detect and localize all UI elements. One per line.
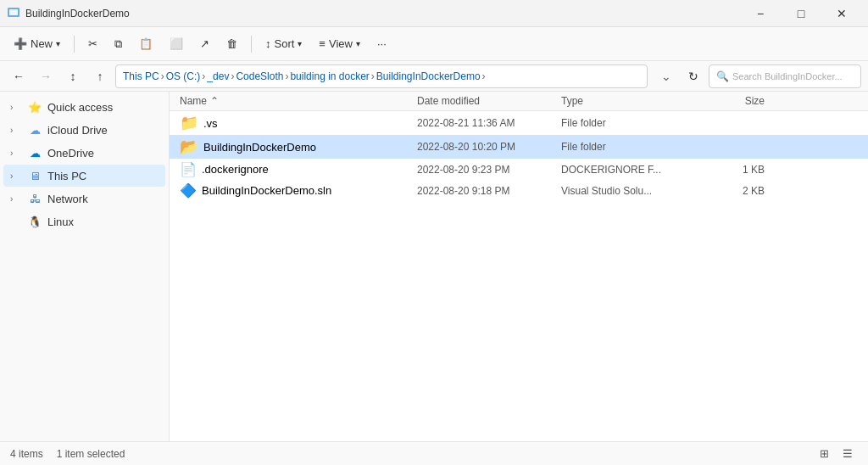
refresh-button[interactable]: ↻ (682, 64, 705, 88)
rename-icon: ⬜ (170, 37, 183, 50)
file-name-cell: 📄 .dockerignore (180, 161, 417, 177)
path-dropdown-button[interactable]: ⌄ (654, 64, 678, 88)
up-button[interactable]: ↑ (88, 64, 112, 88)
more-button[interactable]: ··· (370, 31, 393, 58)
file-rows-container: 📁 .vs 2022-08-21 11:36 AM File folder 📂 … (170, 111, 868, 201)
sidebar-item-network[interactable]: › 🖧 Network (3, 188, 165, 210)
search-icon: 🔍 (716, 70, 729, 82)
sidebar-item-onedrive[interactable]: › ☁ OneDrive (3, 142, 165, 164)
sidebar-item-this-pc[interactable]: › 🖥 This PC (3, 165, 165, 187)
network-icon: 🖧 (27, 191, 42, 206)
folder-yellow-icon: 📁 (180, 114, 198, 132)
recent-button[interactable]: ↕ (61, 64, 85, 88)
sort-asc-icon: ⌃ (210, 95, 219, 107)
paste-icon: 📋 (139, 37, 153, 50)
share-button[interactable]: ↗ (193, 31, 216, 58)
path-part-c[interactable]: OS (C:) (166, 70, 201, 82)
sln-icon: 🔷 (180, 182, 197, 199)
sort-button[interactable]: ↕ Sort ▾ (259, 31, 309, 58)
path-part-building[interactable]: building in docker (290, 70, 369, 82)
table-row[interactable]: 🔷 BuildingInDockerDemo.sln 2022-08-20 9:… (170, 180, 868, 201)
file-date-cell: 2022-08-20 9:23 PM (417, 164, 561, 176)
column-header-type[interactable]: Type (561, 95, 697, 107)
sidebar-item-linux[interactable]: › 🐧 Linux (3, 210, 165, 232)
sidebar-label-onedrive: OneDrive (47, 147, 94, 160)
sidebar-item-icloud[interactable]: › ☁ iCloud Drive (3, 119, 165, 141)
address-path[interactable]: This PC › OS (C:) › _dev › CodeSloth › b… (115, 64, 648, 88)
new-icon: ➕ (14, 37, 27, 50)
expand-icon: › (10, 126, 22, 135)
details-view-button[interactable]: ⊞ (814, 444, 834, 464)
cut-button[interactable]: ✂ (81, 31, 104, 58)
delete-icon: 🗑 (226, 37, 237, 50)
copy-button[interactable]: ⧉ (108, 31, 129, 58)
expand-icon: › (10, 171, 22, 181)
expand-icon: › (10, 194, 22, 204)
window-title: BuildingInDockerDemo (25, 8, 741, 20)
file-size-cell: 2 KB (697, 185, 765, 197)
sidebar-label-this-pc: This PC (47, 170, 86, 182)
toolbar: ➕ New ▾ ✂ ⧉ 📋 ⬜ ↗ 🗑 ↕ Sort ▾ ≡ View ▾ ··… (0, 27, 868, 61)
app-icon (7, 7, 20, 20)
paste-button[interactable]: 📋 (132, 31, 159, 58)
file-name: BuildingInDockerDemo (203, 141, 316, 154)
sidebar-label-quick-access: Quick access (47, 101, 113, 114)
cut-icon: ✂ (88, 37, 97, 50)
forward-button[interactable]: → (34, 64, 58, 88)
file-date-cell: 2022-08-20 9:18 PM (417, 185, 561, 197)
back-button[interactable]: ← (7, 64, 31, 88)
column-header-name[interactable]: Name ⌃ (180, 95, 417, 107)
file-size-cell: 1 KB (697, 164, 765, 176)
sort-icon: ↕ (265, 37, 271, 50)
file-date-cell: 2022-08-21 11:36 AM (417, 117, 561, 129)
rename-button[interactable]: ⬜ (163, 31, 190, 58)
file-name: .dockerignore (202, 163, 269, 176)
maximize-button[interactable]: □ (782, 0, 821, 27)
status-bar: 4 items 1 item selected ⊞ ☰ (0, 441, 868, 465)
close-button[interactable]: ✕ (822, 0, 861, 27)
sidebar-label-icloud: iCloud Drive (47, 124, 108, 137)
folder-blue-icon: 📂 (180, 137, 198, 156)
file-type-cell: File folder (561, 117, 697, 129)
table-row[interactable]: 📂 BuildingInDockerDemo 2022-08-20 10:20 … (170, 135, 868, 159)
quick-access-icon: ⭐ (27, 99, 42, 115)
file-type-cell: DOCKERIGNORE F... (561, 164, 697, 176)
file-date-cell: 2022-08-20 10:20 PM (417, 141, 561, 153)
delete-button[interactable]: 🗑 (220, 31, 244, 58)
path-part-demo[interactable]: BuildingInDockerDemo (376, 70, 481, 82)
main-content: › ⭐ Quick access › ☁ iCloud Drive › ☁ On… (0, 92, 868, 441)
separator-1 (74, 36, 75, 53)
expand-icon: › (10, 148, 22, 158)
expand-icon: › (10, 103, 22, 112)
file-list-header: Name ⌃ Date modified Type Size (170, 92, 868, 111)
table-row[interactable]: 📄 .dockerignore 2022-08-20 9:23 PM DOCKE… (170, 159, 868, 180)
view-button[interactable]: ≡ View ▾ (312, 31, 367, 58)
column-header-size[interactable]: Size (697, 95, 765, 107)
linux-icon: 🐧 (27, 214, 42, 229)
separator-2 (251, 36, 252, 53)
column-header-date[interactable]: Date modified (417, 95, 561, 107)
copy-icon: ⧉ (114, 37, 122, 51)
view-chevron-icon: ▾ (356, 39, 360, 48)
icloud-icon: ☁ (27, 122, 42, 137)
path-part-dev[interactable]: _dev (207, 70, 229, 82)
sidebar: › ⭐ Quick access › ☁ iCloud Drive › ☁ On… (0, 92, 170, 441)
file-area: Name ⌃ Date modified Type Size 📁 .vs 202… (170, 92, 868, 441)
file-name-cell: 📂 BuildingInDockerDemo (180, 137, 417, 156)
minimize-button[interactable]: − (741, 0, 780, 27)
item-count: 4 items (10, 448, 43, 460)
file-icon: 📄 (180, 161, 197, 177)
file-name-cell: 📁 .vs (180, 114, 417, 132)
table-row[interactable]: 📁 .vs 2022-08-21 11:36 AM File folder (170, 111, 868, 135)
this-pc-icon: 🖥 (27, 168, 42, 183)
sidebar-item-quick-access[interactable]: › ⭐ Quick access (3, 96, 165, 118)
path-part-codesloth[interactable]: CodeSloth (236, 70, 283, 82)
file-name: .vs (203, 117, 218, 130)
search-box[interactable]: 🔍 Search BuildingInDocker... (709, 64, 861, 88)
file-name: BuildingInDockerDemo.sln (202, 184, 331, 197)
sidebar-label-network: Network (47, 193, 88, 205)
new-button[interactable]: ➕ New ▾ (7, 31, 67, 58)
path-part-this-pc[interactable]: This PC (123, 70, 159, 82)
file-name-cell: 🔷 BuildingInDockerDemo.sln (180, 182, 417, 199)
list-view-button[interactable]: ☰ (837, 444, 858, 464)
